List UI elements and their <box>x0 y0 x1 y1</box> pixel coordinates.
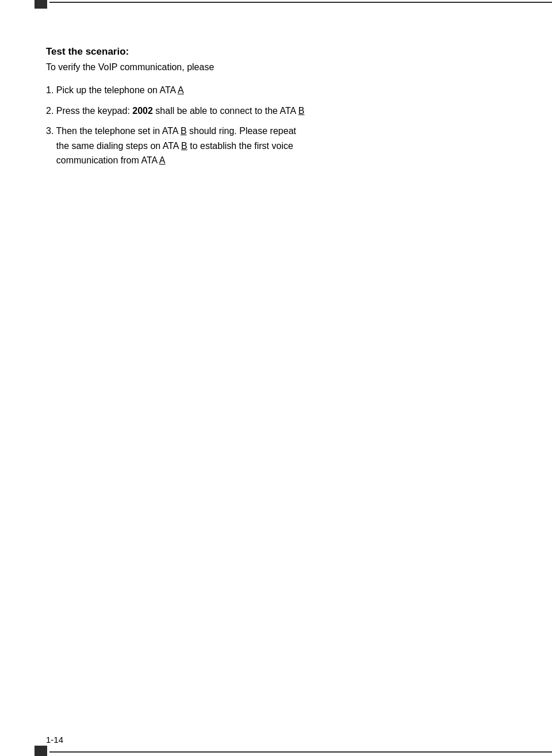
step-1-number: 1. Pick up the telephone on ATA A <box>46 85 184 95</box>
step-3-ata-a-label: A <box>159 155 166 165</box>
step-1-ata-label: A <box>178 85 184 95</box>
step-1: 1. Pick up the telephone on ATA A <box>46 83 506 98</box>
section-heading: Test the scenario: <box>46 46 506 58</box>
step-3-ata-b2-label: B <box>181 141 187 151</box>
main-content: Test the scenario: To verify the VoIP co… <box>0 12 552 220</box>
top-bar-square <box>34 0 47 9</box>
step-2: 2. Press the keypad: 2002 shall be able … <box>46 104 506 119</box>
step-2-ata-label: B <box>298 106 305 116</box>
step-3-ata-b-label: B <box>181 126 187 136</box>
step-2-text: 2. Press the keypad: 2002 shall be able … <box>46 106 304 116</box>
step-3-text: 3. Then the telephone set in ATA B shoul… <box>46 126 296 165</box>
page-number: 1-14 <box>46 735 63 744</box>
bottom-bar <box>0 748 552 756</box>
intro-text: To verify the VoIP communication, please <box>46 62 506 72</box>
top-bar <box>0 0 552 5</box>
step-2-keypad-number: 2002 <box>132 106 153 116</box>
bottom-bar-line <box>49 751 552 753</box>
bottom-bar-square <box>34 746 47 756</box>
step-3: 3. Then the telephone set in ATA B shoul… <box>46 124 506 168</box>
top-bar-line <box>49 2 552 3</box>
